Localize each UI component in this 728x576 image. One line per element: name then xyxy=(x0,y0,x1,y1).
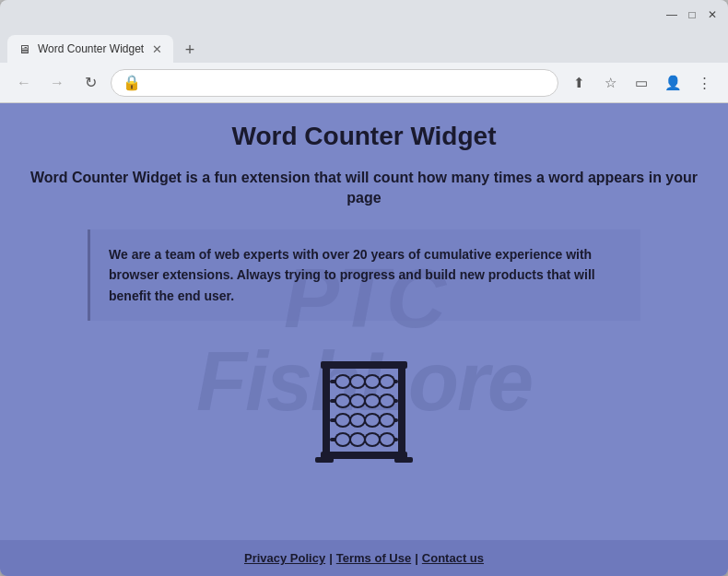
svg-rect-2 xyxy=(321,361,407,369)
browser-window: — □ ✕ 🖥 Word Counter Widget ✕ + ← → ↻ 🔒 … xyxy=(0,0,728,576)
title-bar: — □ ✕ xyxy=(0,0,728,29)
window-controls: — □ ✕ xyxy=(663,6,721,23)
svg-point-39 xyxy=(366,434,379,445)
nav-right-controls: ⬆ ☆ ▭ 👤 ⋮ xyxy=(566,70,717,96)
sidebar-button[interactable]: ▭ xyxy=(628,70,654,96)
svg-rect-3 xyxy=(321,452,407,459)
tab-favicon: 🖥 xyxy=(18,42,30,56)
svg-rect-1 xyxy=(398,364,405,456)
svg-rect-4 xyxy=(315,457,334,463)
svg-point-10 xyxy=(351,376,364,387)
svg-point-30 xyxy=(366,415,379,426)
tabs-bar: 🖥 Word Counter Widget ✕ + xyxy=(0,29,728,63)
page-title: Word Counter Widget xyxy=(232,122,497,151)
terms-of-use-link[interactable]: Terms of Use xyxy=(333,551,415,565)
page-content: PTC FishLore Word Counter Widget Word Co… xyxy=(0,103,728,576)
lock-icon: 🔒 xyxy=(123,74,141,91)
address-bar[interactable]: 🔒 xyxy=(111,69,558,97)
active-tab[interactable]: 🖥 Word Counter Widget ✕ xyxy=(7,35,173,63)
svg-point-28 xyxy=(351,415,364,426)
tagline: Word Counter Widget is a fun extension t… xyxy=(28,168,700,209)
new-tab-button[interactable]: + xyxy=(177,37,203,63)
contact-us-link[interactable]: Contact us xyxy=(418,551,487,565)
reload-button[interactable]: ↻ xyxy=(77,70,103,96)
svg-point-32 xyxy=(381,415,393,426)
close-button[interactable]: ✕ xyxy=(704,6,721,23)
profile-button[interactable]: 👤 xyxy=(660,70,686,96)
svg-point-17 xyxy=(336,395,349,406)
svg-point-21 xyxy=(366,395,379,406)
svg-point-35 xyxy=(336,434,349,445)
tab-title: Word Counter Widget xyxy=(38,42,144,55)
share-button[interactable]: ⬆ xyxy=(566,70,592,96)
forward-button[interactable]: → xyxy=(44,70,70,96)
svg-rect-0 xyxy=(323,364,330,456)
menu-button[interactable]: ⋮ xyxy=(691,70,717,96)
description-text: We are a team of web experts with over 2… xyxy=(109,244,622,306)
svg-point-14 xyxy=(381,376,393,387)
navigation-bar: ← → ↻ 🔒 ⬆ ☆ ▭ 👤 ⋮ xyxy=(0,63,728,103)
svg-point-8 xyxy=(336,376,349,387)
page-footer: Privacy Policy | Terms of Use | Contact … xyxy=(0,540,728,576)
abacus-svg xyxy=(304,350,424,470)
tab-close-button[interactable]: ✕ xyxy=(152,42,162,56)
back-button[interactable]: ← xyxy=(11,70,37,96)
svg-point-37 xyxy=(351,434,364,445)
maximize-button[interactable]: □ xyxy=(684,6,700,23)
page-inner: Word Counter Widget Word Counter Widget … xyxy=(0,103,728,576)
svg-rect-5 xyxy=(394,457,413,463)
svg-point-19 xyxy=(351,395,364,406)
minimize-button[interactable]: — xyxy=(663,6,680,23)
abacus-illustration xyxy=(304,350,424,470)
svg-point-12 xyxy=(366,376,379,387)
description-box: We are a team of web experts with over 2… xyxy=(88,229,640,321)
svg-point-41 xyxy=(381,434,393,445)
privacy-policy-link[interactable]: Privacy Policy xyxy=(241,551,329,565)
svg-point-23 xyxy=(381,395,393,406)
bookmark-button[interactable]: ☆ xyxy=(597,70,623,96)
svg-point-26 xyxy=(336,415,349,426)
